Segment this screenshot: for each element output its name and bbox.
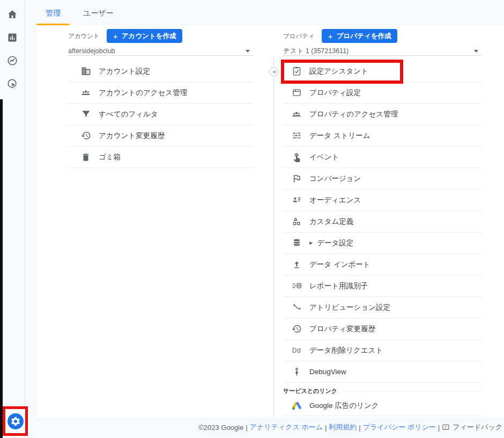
menu-item-attribution-settings[interactable]: アトリビューション設定 [283, 297, 481, 318]
screenshot-edge-artifact [0, 99, 3, 438]
plus-icon: + [113, 32, 118, 40]
page-footer: ©2023 Google|アナリティクス ホーム|利用規約|プライバシー ポリシ… [198, 422, 502, 432]
menu-item-label: データ ストリーム [309, 131, 370, 141]
menu-item-account-settings[interactable]: アカウント設定 [68, 61, 253, 82]
property-settings-icon [291, 87, 302, 98]
reports-icon[interactable] [6, 31, 19, 44]
menu-item-account-change-history[interactable]: アカウント変更履歴 [68, 125, 253, 147]
property-column: プロパティ + プロパティを作成 テスト 1 (357213611) 設定アシス… [283, 25, 481, 416]
menu-item-label: レポート用識別子 [309, 281, 368, 291]
menu-item-reporting-identity[interactable]: Bレポート用識別子 [283, 275, 481, 297]
flag-icon [291, 173, 302, 184]
menu-item-data-settings[interactable]: ▶データ設定 [283, 232, 481, 254]
menu-item-label: アトリビューション設定 [309, 303, 390, 312]
menu-item-setup-assistant[interactable]: 設定アシスタント [283, 61, 481, 82]
property-selector[interactable]: テスト 1 (357213611) [283, 47, 481, 56]
custom-definitions-icon [291, 216, 302, 227]
menu-item-events[interactable]: イベント [283, 147, 481, 168]
app-sidebar [0, 0, 25, 438]
account-selector[interactable]: aftersidejobclub [68, 47, 253, 56]
stream-icon [291, 130, 302, 141]
menu-item-property-change-history[interactable]: プロパティ変更履歴 [283, 318, 481, 340]
building-icon [80, 66, 91, 77]
debug-icon [291, 367, 302, 377]
menu-item-label: コンバージョン [309, 174, 361, 184]
menu-item-custom-definitions[interactable]: カスタム定義 [283, 211, 481, 232]
create-account-button-label: アカウントを作成 [122, 32, 176, 41]
footer-divider: | [438, 424, 440, 432]
menu-item-label: DebugView [309, 368, 346, 376]
menu-item-label: オーディエンス [309, 195, 361, 205]
footer-link-privacy[interactable]: プライバシー ポリシー [363, 422, 436, 432]
collapse-panel-button[interactable] [269, 67, 278, 76]
services-section-label: サービスとのリンク [283, 387, 337, 395]
footer-link-analytics-home[interactable]: アナリティクス ホーム [250, 422, 323, 432]
dropdown-caret-icon [246, 50, 250, 53]
menu-item-audiences[interactable]: オーディエンス [283, 189, 481, 211]
ga-admin-page: 管理 ユーザー アカウント + アカウントを作成 aftersidejobclu… [0, 0, 504, 438]
menu-item-label: アカウント変更履歴 [99, 131, 165, 141]
admin-gear-button[interactable] [8, 413, 24, 429]
footer-link-terms[interactable]: 利用規約 [329, 422, 357, 432]
advertising-icon[interactable] [6, 77, 19, 90]
create-property-button-label: プロパティを作成 [337, 32, 391, 41]
trash-icon [80, 152, 91, 163]
tab-admin[interactable]: 管理 [36, 0, 70, 25]
people-icon [291, 109, 302, 120]
menu-item-debugview[interactable]: DebugView [283, 361, 481, 383]
database-icon [291, 238, 302, 249]
menu-item-label: すべてのフィルタ [99, 110, 158, 119]
menu-item-label: アカウントのアクセス管理 [99, 88, 187, 98]
event-icon [291, 152, 302, 163]
menu-item-label: 設定アシスタント [309, 67, 368, 76]
menu-item-label: プロパティ設定 [309, 88, 361, 98]
services-menu: Google 広告のリンク [283, 396, 481, 416]
menu-item-conversions[interactable]: コンバージョン [283, 168, 481, 189]
tab-user[interactable]: ユーザー [74, 0, 123, 25]
menu-item-property-access-management[interactable]: プロパティのアクセス管理 [283, 104, 481, 125]
menu-item-label: データ削除リクエスト [309, 346, 383, 355]
feedback-label: フィードバック [453, 422, 502, 432]
account-selector-value: aftersidejobclub [68, 47, 115, 55]
admin-tab-bar: 管理 ユーザー [36, 0, 123, 25]
menu-item-label: イベント [309, 152, 339, 162]
create-property-button[interactable]: + プロパティを作成 [322, 29, 398, 43]
copyright-text: ©2023 Google [198, 424, 243, 432]
menu-item-data-streams[interactable]: データ ストリーム [283, 125, 481, 147]
menu-item-trash[interactable]: ゴミ箱 [68, 147, 253, 168]
gear-icon [10, 416, 21, 427]
property-selector-value: テスト 1 (357213611) [283, 47, 349, 56]
menu-item-label: Google 広告のリンク [309, 401, 379, 411]
footer-divider: | [325, 424, 327, 432]
property-menu: 設定アシスタントプロパティ設定プロパティのアクセス管理データ ストリームイベント… [283, 61, 481, 383]
svg-text:B: B [298, 284, 300, 287]
menu-item-property-settings[interactable]: プロパティ設定 [283, 82, 481, 104]
menu-item-label: プロパティのアクセス管理 [309, 110, 398, 119]
menu-item-account-access-management[interactable]: アカウントのアクセス管理 [68, 82, 253, 104]
menu-item-label: カスタム定義 [309, 217, 353, 227]
audience-icon [291, 195, 302, 206]
assistant-icon [291, 66, 302, 77]
menu-item-label: プロパティ変更履歴 [309, 324, 375, 334]
plus-icon: + [328, 32, 333, 40]
menu-item-data-import[interactable]: データ インポート [283, 254, 481, 275]
footer-divider: | [246, 424, 247, 432]
expand-triangle-icon[interactable]: ▶ [309, 241, 313, 245]
home-icon[interactable] [6, 8, 19, 21]
menu-item-label: アカウント設定 [99, 67, 150, 76]
menu-item-label: ゴミ箱 [99, 152, 121, 162]
dropdown-caret-icon [474, 50, 478, 53]
explore-icon[interactable] [6, 54, 19, 67]
column-divider [273, 58, 274, 418]
create-account-button[interactable]: + アカウントを作成 [107, 29, 183, 43]
highlight-box-admin-gear [3, 406, 28, 436]
feedback-button[interactable]: フィードバック [442, 422, 502, 432]
history-icon [291, 324, 302, 334]
menu-item-google-ads-links[interactable]: Google 広告のリンク [283, 396, 481, 416]
account-column-label: アカウント [68, 32, 100, 40]
arrow-right-icon [271, 69, 277, 75]
people-icon [80, 87, 91, 98]
footer-divider: | [359, 424, 360, 432]
menu-item-data-deletion-requests[interactable]: Ddデータ削除リクエスト [283, 340, 481, 361]
menu-item-all-filters[interactable]: すべてのフィルタ [68, 104, 253, 125]
